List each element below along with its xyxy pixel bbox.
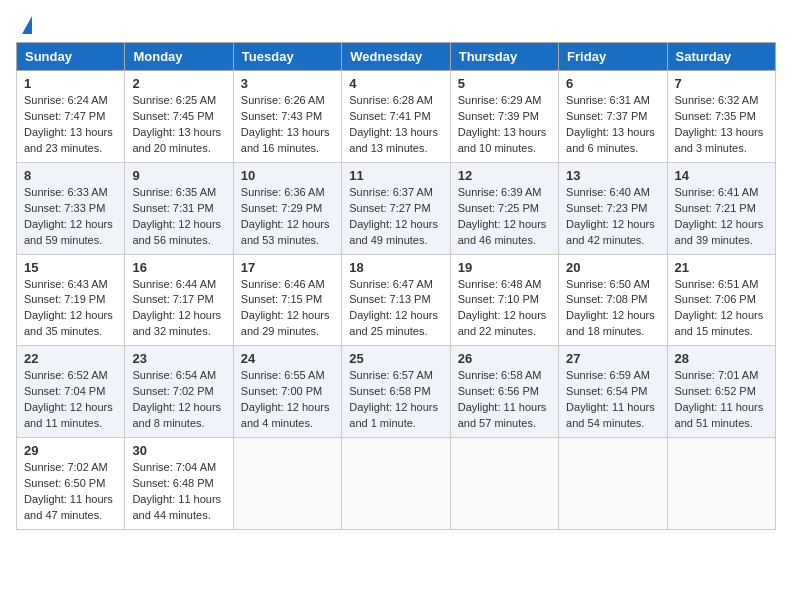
day-info: Sunrise: 7:01 AM Sunset: 6:52 PM Dayligh… xyxy=(675,368,768,432)
day-number: 4 xyxy=(349,76,442,91)
weekday-friday: Friday xyxy=(559,43,667,71)
day-number: 25 xyxy=(349,351,442,366)
calendar-week-2: 8Sunrise: 6:33 AM Sunset: 7:33 PM Daylig… xyxy=(17,162,776,254)
day-info: Sunrise: 6:33 AM Sunset: 7:33 PM Dayligh… xyxy=(24,185,117,249)
calendar-cell: 2Sunrise: 6:25 AM Sunset: 7:45 PM Daylig… xyxy=(125,71,233,163)
calendar-cell: 8Sunrise: 6:33 AM Sunset: 7:33 PM Daylig… xyxy=(17,162,125,254)
day-number: 7 xyxy=(675,76,768,91)
calendar-week-4: 22Sunrise: 6:52 AM Sunset: 7:04 PM Dayli… xyxy=(17,346,776,438)
calendar-cell: 28Sunrise: 7:01 AM Sunset: 6:52 PM Dayli… xyxy=(667,346,775,438)
calendar-cell: 3Sunrise: 6:26 AM Sunset: 7:43 PM Daylig… xyxy=(233,71,341,163)
weekday-header-row: SundayMondayTuesdayWednesdayThursdayFrid… xyxy=(17,43,776,71)
day-number: 30 xyxy=(132,443,225,458)
calendar-cell: 25Sunrise: 6:57 AM Sunset: 6:58 PM Dayli… xyxy=(342,346,450,438)
calendar-week-1: 1Sunrise: 6:24 AM Sunset: 7:47 PM Daylig… xyxy=(17,71,776,163)
day-number: 9 xyxy=(132,168,225,183)
calendar-cell: 9Sunrise: 6:35 AM Sunset: 7:31 PM Daylig… xyxy=(125,162,233,254)
day-info: Sunrise: 7:02 AM Sunset: 6:50 PM Dayligh… xyxy=(24,460,117,524)
day-info: Sunrise: 6:28 AM Sunset: 7:41 PM Dayligh… xyxy=(349,93,442,157)
page-header xyxy=(16,16,776,34)
day-info: Sunrise: 7:04 AM Sunset: 6:48 PM Dayligh… xyxy=(132,460,225,524)
calendar-cell: 15Sunrise: 6:43 AM Sunset: 7:19 PM Dayli… xyxy=(17,254,125,346)
calendar-cell xyxy=(559,438,667,530)
calendar-cell: 29Sunrise: 7:02 AM Sunset: 6:50 PM Dayli… xyxy=(17,438,125,530)
weekday-sunday: Sunday xyxy=(17,43,125,71)
calendar-cell: 19Sunrise: 6:48 AM Sunset: 7:10 PM Dayli… xyxy=(450,254,558,346)
day-info: Sunrise: 6:26 AM Sunset: 7:43 PM Dayligh… xyxy=(241,93,334,157)
day-info: Sunrise: 6:37 AM Sunset: 7:27 PM Dayligh… xyxy=(349,185,442,249)
calendar-table: SundayMondayTuesdayWednesdayThursdayFrid… xyxy=(16,42,776,530)
day-number: 22 xyxy=(24,351,117,366)
calendar-cell: 24Sunrise: 6:55 AM Sunset: 7:00 PM Dayli… xyxy=(233,346,341,438)
calendar-cell: 23Sunrise: 6:54 AM Sunset: 7:02 PM Dayli… xyxy=(125,346,233,438)
day-info: Sunrise: 6:25 AM Sunset: 7:45 PM Dayligh… xyxy=(132,93,225,157)
weekday-monday: Monday xyxy=(125,43,233,71)
day-number: 10 xyxy=(241,168,334,183)
day-info: Sunrise: 6:57 AM Sunset: 6:58 PM Dayligh… xyxy=(349,368,442,432)
day-number: 18 xyxy=(349,260,442,275)
day-number: 2 xyxy=(132,76,225,91)
day-info: Sunrise: 6:48 AM Sunset: 7:10 PM Dayligh… xyxy=(458,277,551,341)
day-number: 11 xyxy=(349,168,442,183)
day-number: 13 xyxy=(566,168,659,183)
calendar-body: 1Sunrise: 6:24 AM Sunset: 7:47 PM Daylig… xyxy=(17,71,776,530)
day-info: Sunrise: 6:41 AM Sunset: 7:21 PM Dayligh… xyxy=(675,185,768,249)
day-info: Sunrise: 6:39 AM Sunset: 7:25 PM Dayligh… xyxy=(458,185,551,249)
day-info: Sunrise: 6:50 AM Sunset: 7:08 PM Dayligh… xyxy=(566,277,659,341)
day-info: Sunrise: 6:32 AM Sunset: 7:35 PM Dayligh… xyxy=(675,93,768,157)
day-number: 5 xyxy=(458,76,551,91)
day-info: Sunrise: 6:54 AM Sunset: 7:02 PM Dayligh… xyxy=(132,368,225,432)
calendar-cell: 4Sunrise: 6:28 AM Sunset: 7:41 PM Daylig… xyxy=(342,71,450,163)
day-info: Sunrise: 6:46 AM Sunset: 7:15 PM Dayligh… xyxy=(241,277,334,341)
day-number: 21 xyxy=(675,260,768,275)
calendar-cell xyxy=(342,438,450,530)
day-info: Sunrise: 6:44 AM Sunset: 7:17 PM Dayligh… xyxy=(132,277,225,341)
calendar-cell: 22Sunrise: 6:52 AM Sunset: 7:04 PM Dayli… xyxy=(17,346,125,438)
day-info: Sunrise: 6:52 AM Sunset: 7:04 PM Dayligh… xyxy=(24,368,117,432)
calendar-cell: 27Sunrise: 6:59 AM Sunset: 6:54 PM Dayli… xyxy=(559,346,667,438)
calendar-cell xyxy=(450,438,558,530)
day-number: 24 xyxy=(241,351,334,366)
day-number: 16 xyxy=(132,260,225,275)
day-info: Sunrise: 6:35 AM Sunset: 7:31 PM Dayligh… xyxy=(132,185,225,249)
calendar-cell: 30Sunrise: 7:04 AM Sunset: 6:48 PM Dayli… xyxy=(125,438,233,530)
calendar-cell: 5Sunrise: 6:29 AM Sunset: 7:39 PM Daylig… xyxy=(450,71,558,163)
calendar-cell: 20Sunrise: 6:50 AM Sunset: 7:08 PM Dayli… xyxy=(559,254,667,346)
calendar-cell: 14Sunrise: 6:41 AM Sunset: 7:21 PM Dayli… xyxy=(667,162,775,254)
day-number: 28 xyxy=(675,351,768,366)
day-info: Sunrise: 6:47 AM Sunset: 7:13 PM Dayligh… xyxy=(349,277,442,341)
day-info: Sunrise: 6:24 AM Sunset: 7:47 PM Dayligh… xyxy=(24,93,117,157)
calendar-cell: 10Sunrise: 6:36 AM Sunset: 7:29 PM Dayli… xyxy=(233,162,341,254)
day-number: 6 xyxy=(566,76,659,91)
calendar-cell: 7Sunrise: 6:32 AM Sunset: 7:35 PM Daylig… xyxy=(667,71,775,163)
day-info: Sunrise: 6:59 AM Sunset: 6:54 PM Dayligh… xyxy=(566,368,659,432)
day-number: 15 xyxy=(24,260,117,275)
day-info: Sunrise: 6:36 AM Sunset: 7:29 PM Dayligh… xyxy=(241,185,334,249)
calendar-cell: 16Sunrise: 6:44 AM Sunset: 7:17 PM Dayli… xyxy=(125,254,233,346)
day-info: Sunrise: 6:58 AM Sunset: 6:56 PM Dayligh… xyxy=(458,368,551,432)
weekday-thursday: Thursday xyxy=(450,43,558,71)
day-number: 27 xyxy=(566,351,659,366)
weekday-wednesday: Wednesday xyxy=(342,43,450,71)
calendar-cell: 17Sunrise: 6:46 AM Sunset: 7:15 PM Dayli… xyxy=(233,254,341,346)
day-number: 26 xyxy=(458,351,551,366)
day-number: 1 xyxy=(24,76,117,91)
day-number: 14 xyxy=(675,168,768,183)
day-info: Sunrise: 6:43 AM Sunset: 7:19 PM Dayligh… xyxy=(24,277,117,341)
day-info: Sunrise: 6:29 AM Sunset: 7:39 PM Dayligh… xyxy=(458,93,551,157)
calendar-week-3: 15Sunrise: 6:43 AM Sunset: 7:19 PM Dayli… xyxy=(17,254,776,346)
calendar-week-5: 29Sunrise: 7:02 AM Sunset: 6:50 PM Dayli… xyxy=(17,438,776,530)
calendar-cell: 18Sunrise: 6:47 AM Sunset: 7:13 PM Dayli… xyxy=(342,254,450,346)
day-info: Sunrise: 6:55 AM Sunset: 7:00 PM Dayligh… xyxy=(241,368,334,432)
day-number: 19 xyxy=(458,260,551,275)
calendar-cell: 13Sunrise: 6:40 AM Sunset: 7:23 PM Dayli… xyxy=(559,162,667,254)
calendar-header: SundayMondayTuesdayWednesdayThursdayFrid… xyxy=(17,43,776,71)
weekday-saturday: Saturday xyxy=(667,43,775,71)
calendar-cell xyxy=(233,438,341,530)
logo-triangle-icon xyxy=(22,16,32,34)
day-info: Sunrise: 6:51 AM Sunset: 7:06 PM Dayligh… xyxy=(675,277,768,341)
day-number: 12 xyxy=(458,168,551,183)
calendar-cell: 6Sunrise: 6:31 AM Sunset: 7:37 PM Daylig… xyxy=(559,71,667,163)
logo xyxy=(16,16,32,34)
day-number: 20 xyxy=(566,260,659,275)
